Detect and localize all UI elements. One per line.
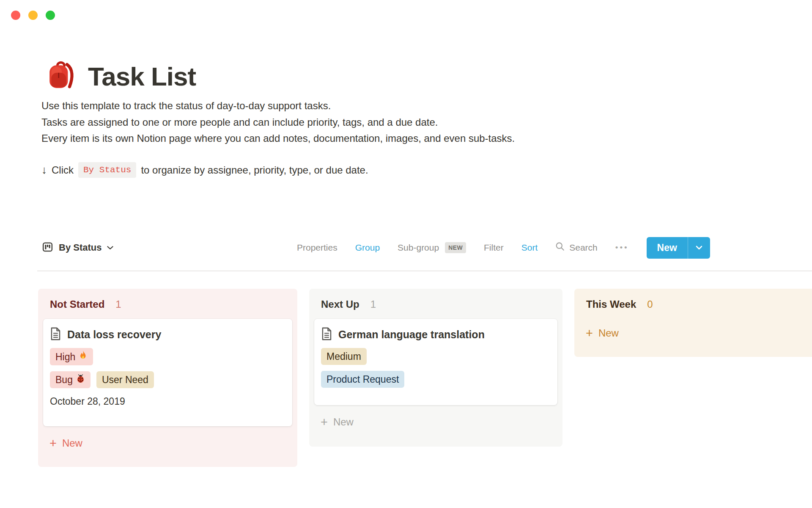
- page-icon: [50, 327, 61, 342]
- column-count: 1: [115, 298, 121, 310]
- chevron-down-icon: [107, 244, 113, 251]
- toolbar-divider: [37, 271, 812, 271]
- down-arrow-icon: ↓: [41, 163, 47, 177]
- plus-icon: +: [321, 417, 328, 427]
- card-title: Data loss recovery: [67, 329, 161, 341]
- plus-icon: +: [49, 438, 57, 448]
- new-button-dropdown[interactable]: [688, 237, 710, 259]
- description-line: Tasks are assigned to one or more people…: [41, 114, 515, 131]
- tag-bug[interactable]: Bug: [50, 371, 91, 388]
- page-icon: [321, 327, 332, 342]
- column-header[interactable]: Not Started 1: [38, 289, 297, 310]
- add-card-label: New: [333, 416, 354, 428]
- sort-button[interactable]: Sort: [521, 243, 538, 253]
- bug-icon: [76, 373, 85, 386]
- column-count: 1: [370, 298, 376, 310]
- plus-icon: +: [586, 328, 593, 338]
- window-controls: [11, 11, 55, 20]
- subgroup-label: Sub-group: [398, 243, 439, 253]
- card-german-language-translation[interactable]: German language translation Medium Produ…: [314, 319, 557, 405]
- by-status-code-chip: By Status: [78, 162, 136, 178]
- card-due-date: October 28, 2019: [50, 396, 285, 407]
- group-button[interactable]: Group: [355, 243, 380, 253]
- close-icon[interactable]: [11, 11, 20, 20]
- board-column-next-up: Next Up 1 German language translation: [309, 289, 562, 447]
- page-header: Task List: [47, 60, 196, 91]
- zoom-icon[interactable]: [46, 11, 55, 20]
- description-line: Every item is its own Notion page where …: [41, 130, 515, 147]
- filter-button[interactable]: Filter: [484, 243, 504, 253]
- card-data-loss-recovery[interactable]: Data loss recovery High Bug: [43, 319, 292, 426]
- page-title: Task List: [88, 62, 196, 91]
- column-title: This Week: [586, 298, 636, 310]
- search-button[interactable]: Search: [555, 242, 598, 254]
- board-view-icon: [42, 241, 53, 254]
- fire-icon: [79, 350, 88, 363]
- card-title: German language translation: [338, 329, 485, 341]
- view-switcher-label: By Status: [59, 242, 102, 253]
- tag-product-request[interactable]: Product Request: [321, 371, 404, 388]
- new-button[interactable]: New: [647, 237, 710, 259]
- tag-label: Product Request: [326, 373, 399, 386]
- tag-label: High: [55, 351, 75, 363]
- description-line: Use this template to track the status of…: [41, 98, 515, 114]
- search-icon: [555, 242, 565, 254]
- tag-label: Medium: [326, 350, 361, 363]
- tag-label: Bug: [55, 373, 73, 386]
- hint-text-post: to organize by assignee, priority, type,…: [141, 164, 368, 176]
- board-column-this-week: This Week 0 + New: [574, 289, 812, 357]
- new-feature-badge: NEW: [445, 242, 466, 253]
- tag-high[interactable]: High: [50, 348, 93, 365]
- add-card-label: New: [62, 437, 82, 449]
- tag-medium[interactable]: Medium: [321, 348, 367, 365]
- more-options-button[interactable]: •••: [615, 243, 629, 252]
- hint-text-pre: Click: [52, 164, 74, 176]
- minimize-icon[interactable]: [28, 11, 38, 20]
- add-card-label: New: [598, 327, 619, 339]
- search-label: Search: [569, 243, 598, 253]
- hint-line: ↓ Click By Status to organize by assigne…: [41, 162, 368, 178]
- column-title: Not Started: [50, 298, 104, 310]
- notion-window: Task List Use this template to track the…: [0, 0, 812, 508]
- board-column-not-started: Not Started 1 Data loss recovery: [38, 289, 297, 467]
- tag-user-need[interactable]: User Need: [96, 371, 154, 388]
- properties-button[interactable]: Properties: [297, 243, 337, 253]
- backpack-icon: [47, 60, 76, 91]
- subgroup-button[interactable]: Sub-group NEW: [398, 242, 466, 253]
- column-header[interactable]: This Week 0: [574, 289, 812, 310]
- column-header[interactable]: Next Up 1: [309, 289, 562, 310]
- column-count: 0: [647, 298, 653, 310]
- column-title: Next Up: [321, 298, 359, 310]
- view-toolbar: Properties Group Sub-group NEW Filter So…: [297, 238, 710, 257]
- add-card-button[interactable]: + New: [321, 416, 562, 428]
- tag-label: User Need: [102, 373, 148, 386]
- page-description: Use this template to track the status of…: [41, 98, 515, 147]
- view-switcher-by-status[interactable]: By Status: [42, 238, 113, 257]
- add-card-button[interactable]: + New: [49, 437, 297, 449]
- new-button-label: New: [647, 237, 688, 259]
- add-card-button[interactable]: + New: [586, 327, 812, 339]
